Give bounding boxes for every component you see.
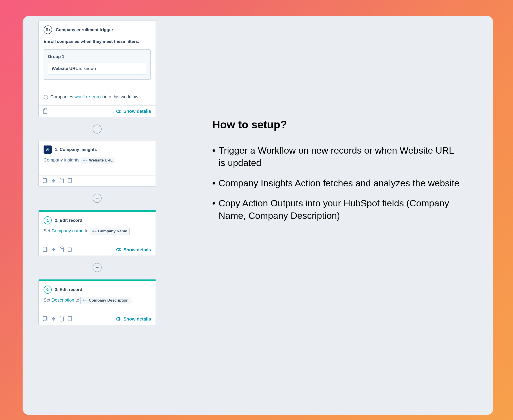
svg-point-7 — [47, 288, 48, 289]
copy-icon[interactable] — [43, 317, 48, 321]
token-company-description[interactable]: Abc Company Description — [80, 297, 131, 304]
svg-point-6 — [48, 219, 49, 220]
field-description[interactable]: Description — [52, 298, 74, 302]
people-icon — [44, 285, 52, 294]
connector-line — [97, 203, 97, 210]
set-label: Set — [44, 298, 50, 302]
token-text: Website URL — [89, 158, 113, 163]
token-text: Company Description — [89, 298, 128, 303]
workflow-column: Company enrollment trigger Enroll compan… — [23, 16, 167, 415]
ai-icon: AI — [44, 145, 52, 154]
step-card-1[interactable]: AI 1. Company Insights Company insights … — [38, 141, 156, 187]
show-details-link[interactable]: Show details — [116, 247, 151, 252]
move-icon[interactable]: ✥ — [51, 317, 56, 321]
copy-icon[interactable] — [43, 248, 48, 252]
svg-point-9 — [48, 289, 49, 289]
move-icon[interactable]: ✥ — [51, 179, 56, 183]
to-label: to — [85, 228, 88, 233]
step1-title: 1. Company Insights — [55, 147, 97, 152]
show-details-link[interactable]: Show details — [116, 109, 151, 114]
trash-icon[interactable] — [68, 317, 72, 321]
teal-bar — [39, 279, 155, 281]
instructions-column: How to setup? Trigger a Workflow on new … — [167, 16, 493, 415]
abc-label: Abc — [83, 299, 87, 302]
abc-label: Abc — [92, 230, 97, 232]
connector-line — [97, 134, 97, 141]
bullet-1: Trigger a Workflow on new records or whe… — [212, 144, 462, 169]
move-icon[interactable]: ✥ — [51, 248, 56, 252]
reenroll-note: Companies won't re-enroll into this work… — [44, 93, 151, 100]
add-step-button[interactable]: + — [93, 194, 101, 203]
step-card-2[interactable]: 2. Edit record Set Company name to Abc C… — [38, 210, 156, 256]
show-details-label: Show details — [124, 247, 151, 252]
step3-footer: ✥ Show details — [39, 313, 155, 325]
step2-title: 2. Edit record — [55, 218, 82, 223]
show-details-link[interactable]: Show details — [116, 316, 151, 322]
set-label: Set — [44, 228, 50, 233]
show-details-label: Show details — [124, 316, 151, 322]
show-details-label: Show details — [124, 109, 151, 114]
step1-footer: ✥ — [39, 175, 155, 186]
group-label: Group 1 — [48, 54, 146, 59]
field-company-name[interactable]: Company name — [52, 228, 84, 233]
trash-icon[interactable] — [68, 179, 72, 183]
step3-title: 3. Edit record — [55, 287, 82, 292]
instructions-heading: How to setup? — [212, 118, 462, 131]
trigger-footer: Show details — [39, 105, 155, 117]
connector-line — [97, 256, 97, 263]
trash-icon[interactable] — [68, 248, 72, 252]
eye-icon — [116, 317, 121, 321]
trigger-title: Company enrollment trigger — [56, 27, 113, 32]
filter-condition: is known — [79, 66, 96, 71]
connector-line — [97, 117, 97, 125]
svg-point-4 — [47, 219, 48, 220]
clipboard-icon[interactable] — [59, 317, 64, 321]
trigger-description: Enroll companies when they meet these fi… — [44, 38, 151, 45]
filter-group[interactable]: Group 1 Website URL is known — [44, 49, 151, 80]
main-panel: Company enrollment trigger Enroll compan… — [23, 16, 493, 415]
copy-icon[interactable] — [43, 179, 48, 183]
filter-chip[interactable]: Website URL is known — [48, 63, 146, 75]
svg-point-5 — [46, 219, 47, 220]
token-company-name[interactable]: Abc Company Name — [90, 228, 130, 235]
reenroll-post: into this workflow. — [104, 94, 139, 99]
bullet-3: Copy Action Outputs into your HubSpot fi… — [212, 197, 462, 222]
instructions-list: Trigger a Workflow on new records or whe… — [212, 144, 462, 222]
step2-footer: ✥ Show details — [39, 244, 155, 255]
abc-label: Abc — [83, 159, 88, 162]
reenroll-link[interactable]: won't re-enroll — [75, 94, 103, 99]
token-website-url[interactable]: Abc Website URL — [81, 157, 115, 164]
bullet-2: Company Insights Action fetches and anal… — [212, 177, 462, 189]
people-icon — [44, 216, 52, 225]
token-text: Company Name — [98, 229, 127, 233]
connector-line — [97, 272, 97, 279]
clipboard-icon[interactable] — [59, 248, 64, 252]
clipboard-icon[interactable] — [59, 179, 64, 183]
step1-label: Company insights — [44, 158, 79, 162]
step-card-3[interactable]: 3. Edit record Set Description to Abc Co… — [38, 279, 156, 325]
to-label: to — [75, 298, 79, 302]
trigger-card[interactable]: Company enrollment trigger Enroll compan… — [38, 20, 156, 117]
teal-bar — [39, 210, 155, 212]
clipboard-icon[interactable] — [43, 109, 47, 114]
connector-line — [97, 187, 97, 194]
reenroll-pre: Companies — [50, 94, 73, 99]
filter-property: Website URL — [52, 66, 78, 71]
add-step-button[interactable]: + — [93, 263, 101, 272]
eye-icon — [116, 110, 121, 113]
company-icon — [44, 25, 52, 34]
add-step-button[interactable]: + — [93, 125, 101, 134]
svg-point-8 — [46, 289, 47, 289]
refresh-icon — [44, 95, 48, 99]
connector-line — [97, 325, 97, 332]
svg-rect-1 — [48, 29, 49, 31]
eye-icon — [116, 248, 121, 251]
